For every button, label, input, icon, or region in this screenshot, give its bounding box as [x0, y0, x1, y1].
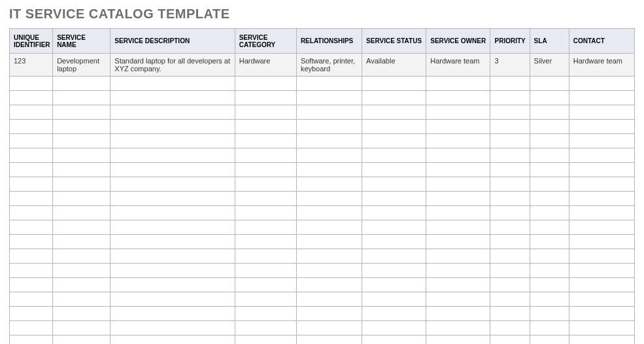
cell-empty[interactable]	[296, 105, 362, 120]
cell-empty[interactable]	[426, 249, 490, 264]
cell-empty[interactable]	[296, 148, 362, 163]
cell-empty[interactable]	[426, 292, 490, 307]
cell-empty[interactable]	[235, 91, 296, 105]
cell-empty[interactable]	[362, 335, 426, 345]
cell-empty[interactable]	[426, 264, 490, 278]
cell-empty[interactable]	[490, 134, 530, 148]
cell-contact[interactable]: Hardware team	[569, 54, 634, 77]
cell-empty[interactable]	[110, 335, 235, 345]
cell-empty[interactable]	[426, 163, 490, 177]
table-row-empty[interactable]	[10, 249, 635, 264]
cell-empty[interactable]	[110, 206, 235, 220]
cell-empty[interactable]	[569, 192, 634, 206]
table-row-empty[interactable]	[10, 235, 635, 249]
cell-empty[interactable]	[490, 120, 530, 134]
cell-empty[interactable]	[10, 163, 53, 177]
cell-empty[interactable]	[530, 264, 569, 278]
cell-empty[interactable]	[110, 192, 235, 206]
cell-empty[interactable]	[530, 235, 569, 249]
table-row-empty[interactable]	[10, 206, 635, 220]
cell-empty[interactable]	[53, 264, 110, 278]
cell-empty[interactable]	[569, 134, 634, 148]
cell-identifier[interactable]: 123	[10, 54, 53, 77]
cell-empty[interactable]	[10, 321, 53, 335]
cell-empty[interactable]	[10, 206, 53, 220]
cell-empty[interactable]	[426, 134, 490, 148]
cell-empty[interactable]	[569, 292, 634, 307]
cell-empty[interactable]	[530, 192, 569, 206]
cell-status[interactable]: Available	[362, 54, 426, 77]
cell-empty[interactable]	[296, 163, 362, 177]
cell-empty[interactable]	[569, 321, 634, 335]
cell-empty[interactable]	[362, 235, 426, 249]
cell-empty[interactable]	[235, 120, 296, 134]
cell-empty[interactable]	[530, 321, 569, 335]
cell-empty[interactable]	[296, 77, 362, 91]
cell-empty[interactable]	[110, 292, 235, 307]
cell-empty[interactable]	[235, 206, 296, 220]
cell-empty[interactable]	[53, 220, 110, 235]
cell-empty[interactable]	[426, 192, 490, 206]
cell-empty[interactable]	[296, 278, 362, 292]
cell-empty[interactable]	[110, 220, 235, 235]
cell-empty[interactable]	[10, 264, 53, 278]
cell-empty[interactable]	[53, 134, 110, 148]
cell-empty[interactable]	[296, 192, 362, 206]
cell-empty[interactable]	[569, 264, 634, 278]
cell-empty[interactable]	[296, 249, 362, 264]
cell-empty[interactable]	[490, 105, 530, 120]
cell-empty[interactable]	[569, 177, 634, 192]
cell-empty[interactable]	[530, 134, 569, 148]
cell-empty[interactable]	[296, 220, 362, 235]
cell-empty[interactable]	[110, 307, 235, 321]
cell-empty[interactable]	[362, 148, 426, 163]
cell-empty[interactable]	[10, 292, 53, 307]
cell-empty[interactable]	[110, 148, 235, 163]
cell-empty[interactable]	[490, 91, 530, 105]
cell-empty[interactable]	[362, 192, 426, 206]
cell-empty[interactable]	[10, 177, 53, 192]
cell-empty[interactable]	[362, 177, 426, 192]
cell-empty[interactable]	[490, 235, 530, 249]
cell-empty[interactable]	[490, 77, 530, 91]
table-row-empty[interactable]	[10, 292, 635, 307]
cell-empty[interactable]	[53, 321, 110, 335]
table-row-empty[interactable]	[10, 321, 635, 335]
cell-empty[interactable]	[426, 335, 490, 345]
cell-empty[interactable]	[110, 177, 235, 192]
cell-empty[interactable]	[235, 163, 296, 177]
cell-empty[interactable]	[490, 335, 530, 345]
cell-empty[interactable]	[296, 177, 362, 192]
cell-empty[interactable]	[110, 278, 235, 292]
cell-empty[interactable]	[426, 148, 490, 163]
cell-empty[interactable]	[362, 292, 426, 307]
cell-empty[interactable]	[296, 134, 362, 148]
cell-empty[interactable]	[426, 77, 490, 91]
cell-empty[interactable]	[296, 264, 362, 278]
cell-empty[interactable]	[490, 148, 530, 163]
cell-empty[interactable]	[235, 177, 296, 192]
cell-empty[interactable]	[426, 235, 490, 249]
cell-empty[interactable]	[53, 292, 110, 307]
cell-empty[interactable]	[235, 148, 296, 163]
cell-empty[interactable]	[362, 105, 426, 120]
cell-empty[interactable]	[110, 134, 235, 148]
cell-empty[interactable]	[235, 264, 296, 278]
cell-empty[interactable]	[110, 77, 235, 91]
cell-empty[interactable]	[530, 177, 569, 192]
cell-empty[interactable]	[10, 335, 53, 345]
table-row-empty[interactable]	[10, 192, 635, 206]
cell-empty[interactable]	[569, 120, 634, 134]
cell-empty[interactable]	[530, 120, 569, 134]
table-row-empty[interactable]	[10, 264, 635, 278]
cell-empty[interactable]	[53, 206, 110, 220]
cell-empty[interactable]	[530, 163, 569, 177]
cell-description[interactable]: Standard laptop for all developers at XY…	[110, 54, 235, 77]
cell-empty[interactable]	[426, 321, 490, 335]
cell-empty[interactable]	[426, 120, 490, 134]
cell-empty[interactable]	[10, 148, 53, 163]
cell-empty[interactable]	[569, 249, 634, 264]
table-row-empty[interactable]	[10, 163, 635, 177]
cell-empty[interactable]	[569, 220, 634, 235]
cell-empty[interactable]	[569, 148, 634, 163]
